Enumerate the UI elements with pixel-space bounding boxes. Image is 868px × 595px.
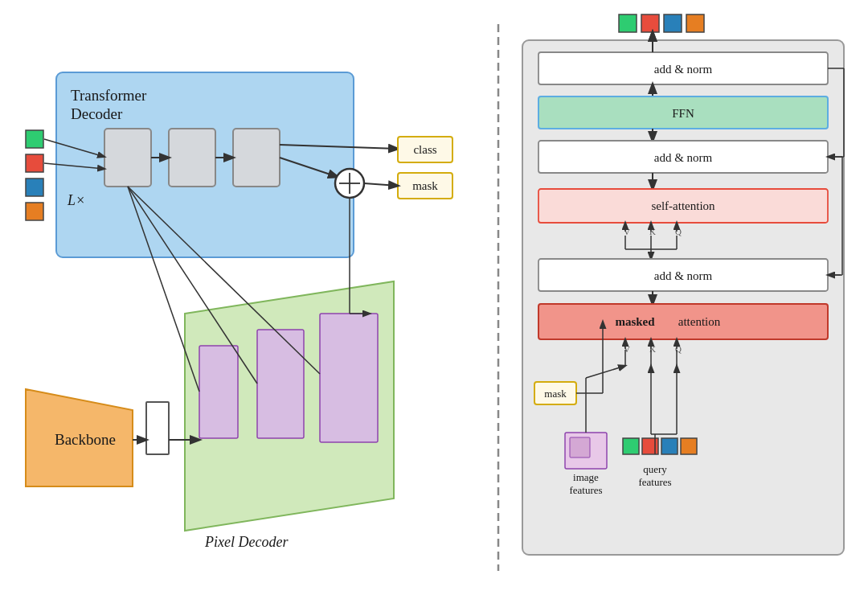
svg-text:features: features bbox=[569, 484, 602, 496]
svg-text:K: K bbox=[649, 227, 656, 236]
class-label: class bbox=[413, 143, 436, 156]
ffn-label: FFN bbox=[672, 107, 694, 120]
svg-text:features: features bbox=[638, 476, 671, 488]
svg-line-20 bbox=[364, 183, 398, 186]
svg-rect-1 bbox=[26, 154, 43, 172]
svg-rect-6 bbox=[104, 129, 151, 187]
masked-attention-bold: masked bbox=[615, 315, 655, 328]
svg-rect-3 bbox=[26, 203, 43, 220]
svg-rect-74 bbox=[661, 438, 678, 454]
svg-rect-38 bbox=[664, 14, 682, 32]
svg-rect-39 bbox=[686, 14, 704, 32]
add-norm-top-label: add & norm bbox=[654, 63, 713, 76]
pixel-decoder-label: Pixel Decoder bbox=[204, 534, 289, 550]
svg-rect-37 bbox=[641, 14, 659, 32]
self-attention-label: self-attention bbox=[651, 199, 715, 212]
diagram-container: Transformer Decoder L× class mask bbox=[0, 0, 868, 595]
svg-rect-22 bbox=[199, 346, 238, 438]
query-features-label: query bbox=[643, 463, 667, 475]
lx-label: L× bbox=[67, 192, 85, 208]
add-norm-mid-label: add & norm bbox=[654, 151, 713, 164]
svg-rect-78 bbox=[570, 437, 590, 458]
svg-rect-72 bbox=[623, 438, 639, 454]
svg-rect-7 bbox=[169, 129, 215, 187]
svg-text:V: V bbox=[624, 344, 630, 354]
svg-rect-24 bbox=[320, 314, 378, 442]
transformer-decoder-label: Transformer bbox=[71, 87, 147, 104]
image-features-label: image bbox=[573, 471, 599, 483]
svg-rect-26 bbox=[146, 402, 169, 454]
svg-text:Decoder: Decoder bbox=[71, 105, 123, 122]
svg-text:Q: Q bbox=[675, 227, 682, 236]
mask-label-left: mask bbox=[412, 179, 438, 192]
masked-attention-rest: attention bbox=[678, 315, 721, 328]
architecture-diagram-svg: Transformer Decoder L× class mask bbox=[0, 0, 868, 595]
svg-rect-2 bbox=[26, 178, 43, 196]
add-norm-lower-label: add & norm bbox=[654, 269, 713, 282]
svg-text:V: V bbox=[624, 227, 630, 236]
svg-text:K: K bbox=[649, 344, 656, 354]
mask-input-label: mask bbox=[544, 388, 567, 400]
svg-rect-36 bbox=[619, 14, 637, 32]
svg-rect-75 bbox=[681, 438, 697, 454]
svg-text:Q: Q bbox=[675, 344, 682, 354]
svg-rect-73 bbox=[642, 438, 658, 454]
backbone-label: Backbone bbox=[55, 431, 116, 448]
svg-rect-8 bbox=[233, 129, 280, 187]
svg-rect-0 bbox=[26, 130, 43, 148]
svg-rect-23 bbox=[257, 330, 304, 438]
